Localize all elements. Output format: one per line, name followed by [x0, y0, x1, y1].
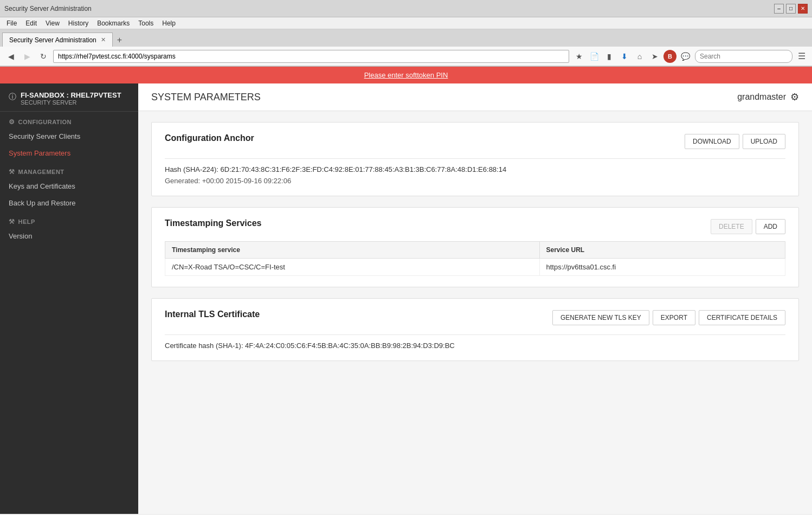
sidebar-item-system-parameters[interactable]: System Parameters [0, 145, 138, 162]
bookmark-icon[interactable]: ★ [572, 50, 585, 63]
upload-button[interactable]: UPLOAD [743, 134, 785, 149]
download-icon[interactable]: ⬇ [618, 50, 631, 63]
content-area: Configuration Anchor DOWNLOAD UPLOAD Has… [138, 111, 812, 383]
sidebar-item-keys-and-certificates[interactable]: Keys and Certificates [0, 178, 138, 195]
configuration-anchor-generated: Generated: +00:00 2015-09-16 09:22:06 [165, 177, 785, 185]
sidebar-item-version[interactable]: Version [0, 228, 138, 244]
server-name: FI-SANDBOX : RHEL7PVTEST [21, 91, 121, 99]
configuration-label: ⚙ CONFIGURATION [9, 118, 130, 126]
sidebar-item-back-up-and-restore[interactable]: Back Up and Restore [0, 195, 138, 211]
menu-history[interactable]: History [64, 19, 93, 28]
add-button[interactable]: ADD [756, 219, 785, 234]
back-button[interactable]: ◀ [4, 50, 17, 63]
timestamping-table: Timestamping service Service URL /CN=X-R… [165, 241, 785, 276]
tls-certificate-card: Internal TLS Certificate GENERATE NEW TL… [151, 298, 799, 361]
minimize-button[interactable]: – [774, 4, 784, 14]
maximize-button[interactable]: □ [786, 4, 796, 14]
help-section: ⚒ HELP [0, 211, 138, 228]
sidebar: ⓘ FI-SANDBOX : RHEL7PVTEST SECURITY SERV… [0, 83, 138, 514]
page-title: SYSTEM PARAMETERS [151, 92, 261, 103]
delete-button[interactable]: DELETE [711, 219, 752, 234]
col-header-url: Service URL [539, 242, 785, 259]
menu-hamburger[interactable]: ☰ [796, 51, 808, 61]
menu-view[interactable]: View [41, 19, 64, 28]
configuration-anchor-header: Configuration Anchor DOWNLOAD UPLOAD [165, 133, 785, 150]
notification-link[interactable]: Please enter softtoken PIN [364, 71, 448, 79]
sidebar-item-security-server-clients[interactable]: Security Server Clients [0, 128, 138, 145]
configuration-anchor-hash: Hash (SHA-224): 6D:21:70:43:8C:31:F6:2F:… [165, 165, 785, 173]
timestamping-services-card: Timestamping Services DELETE ADD Timesta… [151, 207, 799, 287]
tab-bar: Security Server Administration ✕ + [0, 29, 812, 47]
settings-icon[interactable]: ⚙ [790, 91, 799, 103]
home-icon[interactable]: ⌂ [633, 50, 646, 63]
tls-certificate-hash: Certificate hash (SHA-1): 4F:4A:24:C0:05… [165, 342, 785, 350]
configuration-anchor-actions: DOWNLOAD UPLOAD [685, 134, 785, 149]
address-bar: ◀ ▶ ↻ ★ 📄 ▮ ⬇ ⌂ ➤ B 💬 ☰ [0, 47, 812, 66]
sidebar-header: ⓘ FI-SANDBOX : RHEL7PVTEST SECURITY SERV… [0, 83, 138, 112]
certificate-details-button[interactable]: CERTIFICATE DETAILS [699, 310, 785, 325]
timestamping-actions: DELETE ADD [711, 219, 785, 234]
management-section: ⚒ MANAGEMENT [0, 162, 138, 178]
username-label: grandmaster [737, 92, 786, 102]
table-row: /CN=X-Road TSA/O=CSC/C=FI-test https://p… [165, 259, 785, 276]
browser-tab[interactable]: Security Server Administration ✕ [2, 33, 113, 47]
configuration-anchor-card: Configuration Anchor DOWNLOAD UPLOAD Has… [151, 122, 799, 196]
download-button[interactable]: DOWNLOAD [685, 134, 739, 149]
user-info: grandmaster ⚙ [737, 91, 799, 103]
tls-certificate-actions: GENERATE NEW TLS KEY EXPORT CERTIFICATE … [552, 310, 785, 325]
tab-close-button[interactable]: ✕ [101, 36, 106, 43]
menu-help[interactable]: Help [158, 19, 180, 28]
service-name: /CN=X-Road TSA/O=CSC/C=FI-test [165, 259, 540, 276]
menu-tools[interactable]: Tools [134, 19, 158, 28]
menu-edit[interactable]: Edit [21, 19, 41, 28]
chat-icon[interactable]: 💬 [679, 50, 692, 63]
tab-title: Security Server Administration [9, 36, 96, 44]
user-icon[interactable]: B [663, 50, 676, 63]
help-label: ⚒ HELP [9, 218, 130, 226]
shield-icon[interactable]: ▮ [603, 50, 616, 63]
search-input[interactable] [695, 50, 792, 63]
close-button[interactable]: ✕ [798, 4, 808, 14]
tls-certificate-header: Internal TLS Certificate GENERATE NEW TL… [165, 310, 785, 326]
new-tab-button[interactable]: + [113, 34, 126, 47]
configuration-section: ⚙ CONFIGURATION [0, 112, 138, 128]
management-label: ⚒ MANAGEMENT [9, 168, 130, 176]
key-icon: ⚒ [9, 168, 15, 176]
service-url: https://pv6ttsa01.csc.fi [539, 259, 785, 276]
configuration-anchor-title: Configuration Anchor [165, 133, 254, 143]
menu-bar: File Edit View History Bookmarks Tools H… [0, 17, 812, 29]
tls-certificate-title: Internal TLS Certificate [165, 310, 260, 319]
timestamping-services-title: Timestamping Services [165, 218, 261, 228]
help-icon: ⚒ [9, 218, 15, 226]
reading-icon[interactable]: 📄 [588, 50, 601, 63]
address-input[interactable] [53, 50, 569, 63]
timestamping-services-header: Timestamping Services DELETE ADD [165, 218, 785, 235]
server-type: SECURITY SERVER [21, 99, 121, 106]
notification-bar[interactable]: Please enter softtoken PIN [0, 67, 812, 83]
browser-title: Security Server Administration [4, 5, 774, 12]
reload-button[interactable]: ↻ [37, 50, 50, 63]
menu-file[interactable]: File [2, 19, 21, 28]
generate-tls-key-button[interactable]: GENERATE NEW TLS KEY [552, 310, 649, 325]
info-icon: ⓘ [9, 92, 16, 102]
main-content: SYSTEM PARAMETERS grandmaster ⚙ Configur… [138, 83, 812, 514]
menu-bookmarks[interactable]: Bookmarks [93, 19, 134, 28]
export-button[interactable]: EXPORT [653, 310, 695, 325]
forward-button[interactable]: ▶ [21, 50, 34, 63]
send-icon[interactable]: ➤ [648, 50, 661, 63]
col-header-service: Timestamping service [165, 242, 540, 259]
main-header: SYSTEM PARAMETERS grandmaster ⚙ [138, 83, 812, 111]
wrench-icon: ⚙ [9, 118, 15, 126]
